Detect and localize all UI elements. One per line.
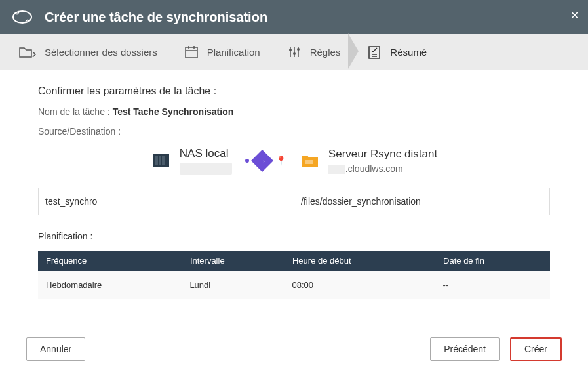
step-chevron: [348, 33, 359, 69]
sliders-icon: [286, 44, 302, 60]
create-button[interactable]: Créer: [510, 337, 562, 361]
step-label: Règles: [310, 47, 341, 58]
svg-point-10: [297, 48, 300, 51]
col-start-time: Heure de début: [284, 251, 435, 271]
dest-path: /files/dossier_synchronisation: [294, 188, 549, 215]
svg-point-9: [293, 52, 296, 55]
paths-row: test_synchro /files/dossier_synchronisat…: [38, 188, 550, 215]
content-area: Confirmer les paramètres de la tâche : N…: [0, 70, 588, 299]
rsync-folder-icon: [300, 150, 321, 171]
task-name-row: Nom de la tâche : Test Tache Synchronisa…: [38, 106, 550, 117]
arrow-icon: [251, 150, 273, 172]
schedule-heading: Planification :: [38, 231, 550, 241]
svg-rect-18: [305, 160, 313, 164]
sync-icon: [10, 5, 34, 29]
remote-host: .cloudlws.com: [328, 163, 437, 174]
local-nas-title: NAS local: [180, 147, 232, 160]
svg-point-8: [289, 49, 292, 51]
table-row: Hebdomadaire Lundi 08:00 --: [38, 271, 550, 299]
nas-icon: [151, 150, 172, 171]
col-interval: Intervalle: [182, 251, 284, 271]
step-schedule[interactable]: Planification: [184, 44, 260, 60]
source-dest-label: Source/Destination :: [38, 126, 550, 136]
remote-rsync-device: Serveur Rsync distant .cloudlws.com: [300, 148, 437, 174]
step-label: Sélectionner des dossiers: [45, 47, 157, 58]
local-nas-device: NAS local: [151, 147, 232, 175]
step-label: Planification: [207, 47, 260, 58]
calendar-icon: [184, 44, 199, 60]
svg-rect-17: [162, 156, 165, 165]
pin-icon: 📍: [275, 156, 286, 166]
close-button[interactable]: ✕: [570, 9, 579, 22]
step-summary[interactable]: Résumé: [366, 44, 427, 60]
sync-direction: 📍: [245, 153, 286, 169]
source-path: test_synchro: [39, 188, 294, 215]
cell-start-time: 08:00: [284, 271, 435, 299]
remote-title: Serveur Rsync distant: [328, 148, 437, 161]
previous-button[interactable]: Précédent: [430, 337, 500, 361]
folder-icon: [18, 44, 37, 60]
col-frequency: Fréquence: [38, 251, 182, 271]
schedule-table: Fréquence Intervalle Heure de début Date…: [38, 251, 550, 299]
task-name-label: Nom de la tâche :: [38, 106, 113, 117]
dot-icon: [245, 159, 249, 163]
dialog-footer: Annuler Précédent Créer: [0, 337, 588, 361]
dialog-title: Créer une tâche de synchronisation: [45, 10, 267, 25]
cell-interval: Lundi: [182, 271, 284, 299]
cell-end-date: --: [435, 271, 550, 299]
cell-frequency: Hebdomadaire: [38, 271, 182, 299]
devices-row: NAS local 📍 Serveur Rsync distant .cloud…: [38, 147, 550, 175]
step-label: Résumé: [390, 47, 427, 58]
step-rules[interactable]: Règles: [286, 44, 341, 60]
local-nas-host-blurred: [180, 163, 232, 175]
col-end-date: Date de fin: [435, 251, 550, 271]
dialog-header: Créer une tâche de synchronisation ✕: [0, 0, 588, 34]
task-name-value: Test Tache Synchronisation: [113, 106, 234, 117]
confirm-heading: Confirmer les paramètres de la tâche :: [38, 85, 550, 97]
svg-rect-15: [155, 156, 158, 165]
checklist-icon: [366, 44, 382, 60]
step-select-folders[interactable]: Sélectionner des dossiers: [18, 44, 157, 60]
svg-rect-1: [186, 47, 197, 58]
svg-rect-16: [159, 156, 161, 165]
wizard-steps: Sélectionner des dossiers Planification …: [0, 34, 588, 70]
cancel-button[interactable]: Annuler: [26, 337, 85, 361]
